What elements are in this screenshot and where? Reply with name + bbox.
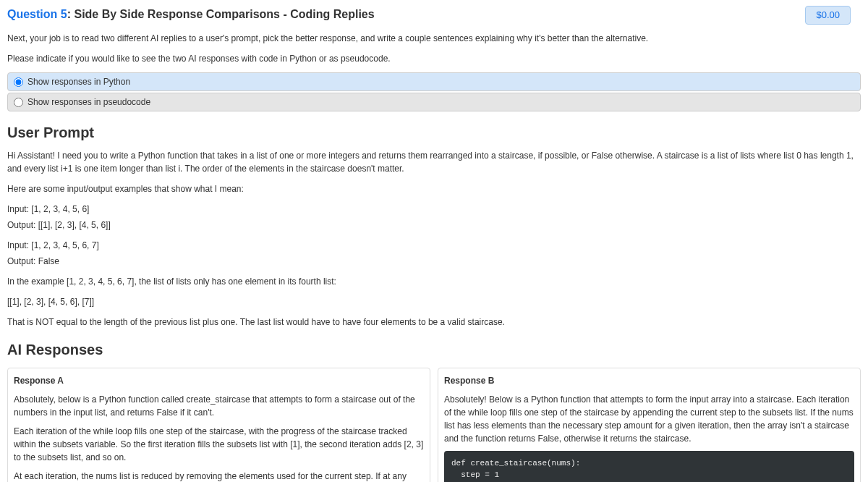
prompt-paragraph-4: That is NOT equal to the length of the p… bbox=[7, 316, 861, 329]
prompt-paragraph-1: Hi Assistant! I need you to write a Pyth… bbox=[7, 149, 861, 175]
response-b-header: Response B bbox=[444, 374, 854, 387]
ai-responses-title: AI Responses bbox=[7, 339, 861, 360]
response-b-code: def create_staircase(nums): step = 1 sub… bbox=[444, 451, 854, 482]
option-python-label: Show responses in Python bbox=[27, 75, 130, 88]
prompt-paragraph-2: Here are some input/output examples that… bbox=[7, 182, 861, 195]
responses-row: Response A Absolutely, below is a Python… bbox=[7, 368, 861, 482]
option-pseudocode-label: Show responses in pseudocode bbox=[27, 96, 150, 109]
response-a-p2: Each iteration of the while loop fills o… bbox=[14, 425, 424, 464]
response-b-column: Response B Absolutely! Below is a Python… bbox=[438, 368, 861, 482]
response-b-p1: Absolutely! Below is a Python function t… bbox=[444, 393, 854, 445]
prompt-list: [[1], [2, 3], [4, 5, 6], [7]] bbox=[7, 295, 861, 308]
option-pseudocode-row[interactable]: Show responses in pseudocode bbox=[7, 93, 861, 111]
response-a-p3: At each iteration, the nums list is redu… bbox=[14, 470, 424, 482]
prompt-paragraph-3: In the example [1, 2, 3, 4, 5, 6, 7], th… bbox=[7, 275, 861, 288]
price-value: $0.00 bbox=[816, 9, 840, 20]
response-a-p1: Absolutely, below is a Python function c… bbox=[14, 393, 424, 419]
format-instruction: Please indicate if you would like to see… bbox=[7, 52, 861, 65]
example2-input: Input: [1, 2, 3, 4, 5, 6, 7] bbox=[7, 239, 861, 252]
response-a-header: Response A bbox=[14, 374, 424, 387]
option-python-radio[interactable] bbox=[14, 77, 23, 87]
user-prompt-title: User Prompt bbox=[7, 122, 861, 143]
page-container: $0.00 Question 5: Side By Side Response … bbox=[7, 6, 861, 482]
option-python-row[interactable]: Show responses in Python bbox=[7, 72, 861, 91]
question-number: Question 5 bbox=[7, 8, 67, 20]
job-instruction: Next, your job is to read two different … bbox=[7, 32, 861, 45]
question-header: Question 5: Side By Side Response Compar… bbox=[7, 6, 861, 23]
response-b-body: Absolutely! Below is a Python function t… bbox=[444, 393, 854, 482]
response-a-column: Response A Absolutely, below is a Python… bbox=[7, 368, 430, 482]
response-a-body: Absolutely, below is a Python function c… bbox=[14, 393, 424, 482]
question-title: : Side By Side Response Comparisons - Co… bbox=[67, 8, 375, 20]
example1-output: Output: [[1], [2, 3], [4, 5, 6]] bbox=[7, 219, 861, 232]
example2-output: Output: False bbox=[7, 255, 861, 268]
option-pseudocode-radio[interactable] bbox=[14, 98, 23, 107]
example1-input: Input: [1, 2, 3, 4, 5, 6] bbox=[7, 203, 861, 216]
price-badge: $0.00 bbox=[805, 6, 851, 25]
